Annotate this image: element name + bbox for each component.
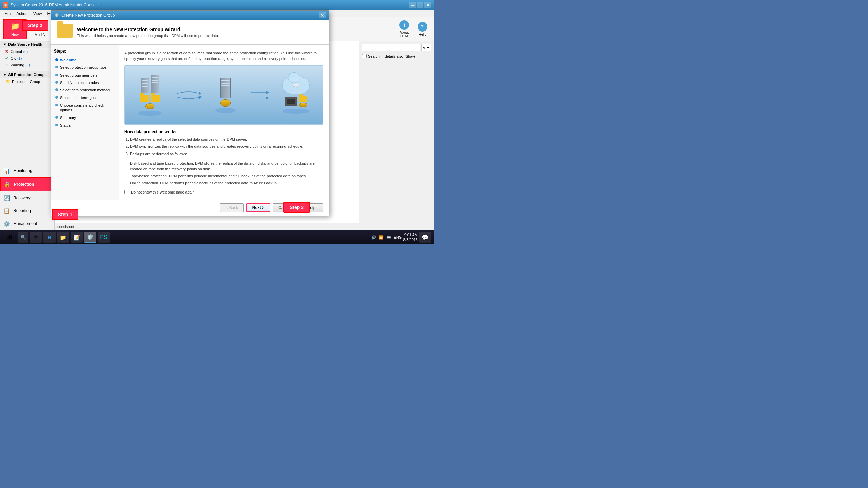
monitoring-icon: 📊 bbox=[3, 167, 11, 175]
taskbar-date: 8/3/2016 bbox=[403, 237, 418, 242]
target-db bbox=[299, 103, 307, 107]
help-icon: ? bbox=[418, 22, 427, 32]
step-summary-label: Summary bbox=[60, 115, 76, 120]
step-group-type[interactable]: Select protection group type bbox=[54, 64, 116, 71]
dialog-header-text: Welcome to the New Protection Group Wiza… bbox=[77, 27, 219, 38]
minimize-button[interactable]: — bbox=[409, 2, 416, 8]
sidebar-critical[interactable]: ✖ Critical (0) bbox=[0, 48, 54, 55]
taskbar-app-dpm[interactable]: 🛡️ bbox=[84, 232, 96, 243]
reporting-icon: 📋 bbox=[3, 207, 11, 215]
search-scope-dropdown[interactable]: v bbox=[421, 44, 431, 51]
step-status-dot bbox=[55, 124, 58, 126]
oval-base-2 bbox=[215, 108, 236, 113]
menu-action[interactable]: Action bbox=[14, 11, 30, 17]
about-button[interactable]: i AboutDPM bbox=[396, 20, 413, 38]
step-welcome[interactable]: Welcome bbox=[54, 56, 116, 64]
taskbar-time: 9:01 AM bbox=[404, 232, 418, 237]
step-protection-rules[interactable]: Specify protection rules bbox=[54, 79, 116, 86]
all-groups-section[interactable]: ▼ All Protection Groups bbox=[0, 71, 54, 78]
data-source-health-section[interactable]: ▼ Data Source Health bbox=[0, 41, 54, 48]
step-welcome-dot bbox=[55, 58, 58, 61]
step-group-type-label: Select protection group type bbox=[60, 65, 106, 70]
about-label: AboutDPM bbox=[400, 30, 409, 38]
critical-icon: ✖ bbox=[4, 49, 9, 54]
server-rack-1 bbox=[141, 78, 149, 93]
close-button[interactable]: ✕ bbox=[424, 2, 431, 8]
how-it-works-title: How data protection works: bbox=[124, 129, 323, 134]
step-summary[interactable]: Summary bbox=[54, 114, 116, 121]
sidebar-item-management[interactable]: ⚙️ Management bbox=[0, 217, 54, 230]
sidebar-item-protection[interactable]: 🔒 Protection bbox=[0, 177, 54, 191]
how-item-2: DPM synchronizes the replica with the da… bbox=[130, 144, 323, 149]
warn-icon: ⚠ bbox=[4, 63, 9, 67]
dialog-close-button[interactable]: ✕ bbox=[319, 12, 326, 18]
search-details-checkbox[interactable] bbox=[362, 54, 367, 58]
dialog-header: Welcome to the New Protection Group Wiza… bbox=[51, 20, 329, 45]
sidebar-item-recovery[interactable]: 🔄 Recovery bbox=[0, 191, 54, 204]
step-welcome-label: Welcome bbox=[60, 58, 76, 62]
how-indent-2: Tape-based protection. DPM performs peri… bbox=[130, 173, 323, 179]
next-button[interactable]: Next > bbox=[246, 203, 270, 212]
recovery-icon: 🔄 bbox=[3, 194, 11, 202]
taskbar-app-taskview[interactable]: ⧉ bbox=[30, 232, 42, 243]
sidebar-item-monitoring[interactable]: 📊 Monitoring bbox=[0, 164, 54, 177]
steps-panel: Steps: Welcome Select protection group t… bbox=[51, 45, 119, 200]
search-input[interactable] bbox=[362, 44, 420, 51]
step-summary-dot bbox=[55, 116, 58, 119]
taskbar-clock[interactable]: 9:01 AM 8/3/2016 bbox=[403, 232, 418, 242]
step-consistency-dot bbox=[55, 104, 58, 106]
warning-label: Warning bbox=[11, 63, 24, 67]
help-toolbar-button[interactable]: ? Help bbox=[414, 20, 431, 38]
monitoring-label: Monitoring bbox=[13, 168, 32, 173]
help-label: Help bbox=[419, 32, 427, 36]
management-icon: ⚙️ bbox=[3, 220, 11, 227]
taskbar-tray: 🔊 📶 ⌨️ ENG bbox=[371, 235, 402, 240]
step-data-protection[interactable]: Select data protection method bbox=[54, 86, 116, 94]
window-controls: — □ ✕ bbox=[409, 2, 431, 8]
taskbar-notification-button[interactable]: 💬 bbox=[419, 232, 431, 243]
sidebar-ok[interactable]: ✔ OK (1) bbox=[0, 55, 54, 62]
step-short-term-dot bbox=[55, 96, 58, 99]
sidebar-warning[interactable]: ⚠ Warning (1) bbox=[0, 62, 54, 68]
protection-group-1[interactable]: 📁 Protection Group 1 bbox=[0, 78, 54, 85]
dpm-server-rack bbox=[220, 78, 231, 98]
ok-icon: ✔ bbox=[4, 56, 9, 61]
folder-icon-1 bbox=[140, 95, 149, 102]
do-not-show-checkbox[interactable] bbox=[124, 190, 129, 194]
about-icon: i bbox=[399, 20, 409, 30]
illus-dpm-server bbox=[215, 78, 236, 113]
dialog-welcome-subtitle: This wizard helps you create a new prote… bbox=[77, 34, 219, 38]
step3-label: Step 3 bbox=[283, 202, 310, 213]
server-rack-2 bbox=[151, 75, 159, 93]
dpm-db-cylinder bbox=[220, 99, 231, 107]
steps-title: Steps: bbox=[54, 49, 116, 54]
db-cylinder-1 bbox=[145, 103, 154, 109]
step-group-members-label: Select group members bbox=[60, 73, 98, 78]
reporting-label: Reporting bbox=[13, 208, 31, 213]
taskbar-app-powershell[interactable]: PS bbox=[98, 232, 110, 243]
back-button[interactable]: < Back bbox=[220, 203, 244, 212]
dialog-title: Create New Protection Group bbox=[61, 13, 319, 18]
start-button[interactable]: ⊞ bbox=[3, 232, 16, 243]
search-checkbox-row: Search in details also (Slow) bbox=[362, 54, 431, 58]
step-short-term[interactable]: Select short-term goals bbox=[54, 94, 116, 101]
taskbar: ⊞ 🔍 ⧉ e 📁 📝 🛡️ PS 🔊 📶 ⌨️ ENG 9:01 AM 8/3… bbox=[0, 230, 434, 244]
step-status-label: Status bbox=[60, 123, 71, 128]
menu-file[interactable]: File bbox=[2, 11, 14, 17]
step-consistency-label: Choose consistency check options bbox=[60, 103, 115, 113]
taskbar-app-notes[interactable]: 📝 bbox=[71, 232, 83, 243]
taskbar-search-button[interactable]: 🔍 bbox=[18, 232, 28, 243]
sidebar-item-reporting[interactable]: 📋 Reporting bbox=[0, 204, 54, 217]
taskbar-app-explorer[interactable]: 📁 bbox=[57, 232, 69, 243]
step-group-members[interactable]: Select group members bbox=[54, 72, 116, 79]
connection-arrows bbox=[175, 88, 202, 102]
taskbar-app-ie[interactable]: e bbox=[43, 232, 56, 243]
tray-keyboard: ⌨️ bbox=[386, 235, 391, 240]
step-consistency[interactable]: Choose consistency check options bbox=[54, 102, 116, 114]
expand-icon: ▼ bbox=[3, 42, 7, 46]
maximize-button[interactable]: □ bbox=[417, 2, 423, 8]
menu-view[interactable]: View bbox=[31, 11, 45, 17]
dialog-titlebar: 🛡️ Create New Protection Group ✕ bbox=[51, 11, 329, 20]
illus-source-group bbox=[138, 75, 162, 116]
step-status[interactable]: Status bbox=[54, 122, 116, 129]
